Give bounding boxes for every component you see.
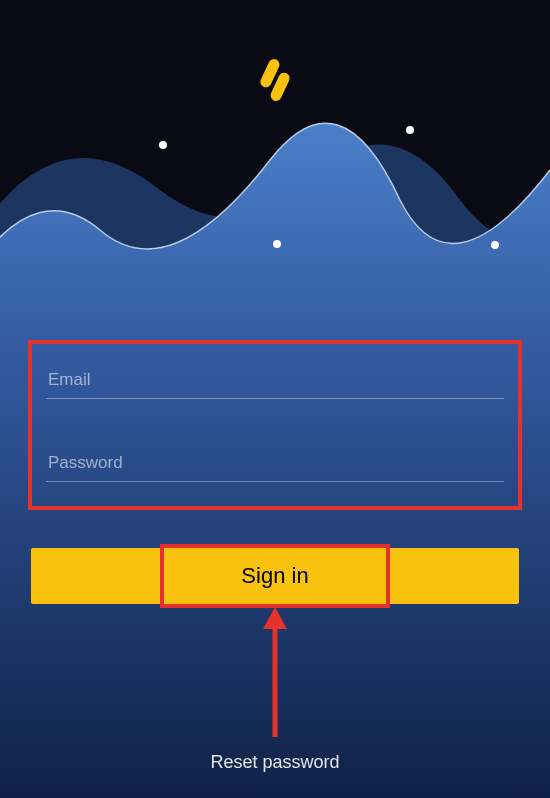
- signin-button[interactable]: Sign in: [31, 548, 519, 604]
- password-field[interactable]: [46, 445, 504, 482]
- svg-point-3: [406, 126, 414, 134]
- svg-point-4: [491, 241, 499, 249]
- svg-marker-8: [263, 607, 287, 629]
- app-logo-icon: [252, 55, 298, 109]
- login-form-highlight: [28, 340, 522, 510]
- arrow-annotation-icon: [260, 607, 290, 741]
- svg-point-2: [273, 240, 281, 248]
- email-field[interactable]: [46, 362, 504, 399]
- reset-password-link[interactable]: Reset password: [0, 752, 550, 773]
- svg-point-1: [159, 141, 167, 149]
